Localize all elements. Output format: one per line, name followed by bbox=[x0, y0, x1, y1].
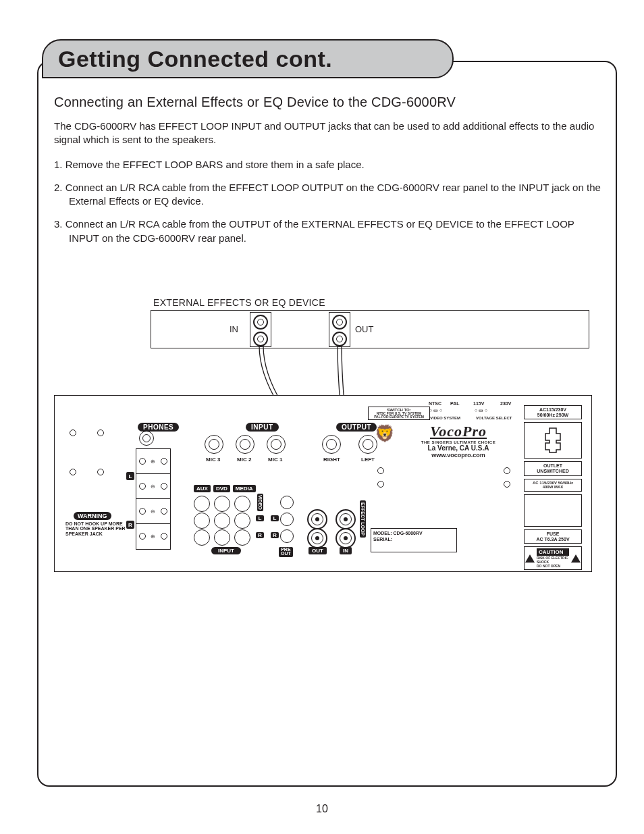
caution-row: CAUTION RISK OF ELECTRIC SHOCK DO NOT OP… bbox=[524, 546, 582, 570]
subheading: Connecting an External Effects or EQ Dev… bbox=[54, 95, 603, 110]
power-rating: AC115/230V 50/60Hz 250W bbox=[524, 405, 582, 419]
speaker-terminals: ⊕ ⊖ ⊖ ⊕ bbox=[136, 448, 171, 550]
mic2-label: MIC 2 bbox=[237, 457, 251, 463]
in-label: IN bbox=[230, 324, 238, 334]
phones-jack bbox=[139, 431, 154, 446]
mic1-jack bbox=[267, 435, 286, 454]
section-title-tab: Getting Connected cont. bbox=[42, 39, 454, 78]
brand-address: La Verne, CA U.S.A bbox=[391, 444, 526, 452]
fuse-label: FUSE AC T6.3A 250V bbox=[524, 529, 582, 544]
input-bottom-label: INPUT bbox=[211, 547, 241, 554]
output-label: OUTPUT bbox=[336, 423, 377, 432]
video-system-label: VIDEO SYSTEM bbox=[430, 416, 460, 420]
effect-loop-label: EFFECT LOOP bbox=[360, 500, 366, 538]
pre-out-label: PREOUT bbox=[279, 547, 293, 557]
right-label: RIGHT bbox=[323, 457, 340, 463]
v230-label: 230V bbox=[500, 401, 511, 406]
mic3-label: MIC 3 bbox=[206, 457, 220, 463]
shock-icon bbox=[525, 554, 535, 563]
effect-loop-in-r bbox=[336, 528, 356, 548]
preout-col bbox=[280, 496, 294, 509]
mic2-jack bbox=[236, 435, 254, 454]
content-block: Connecting an External Effects or EQ Dev… bbox=[54, 89, 603, 255]
page-number: 10 bbox=[0, 803, 644, 815]
ntsc-label: NTSC bbox=[429, 401, 441, 406]
effect-loop-out-r bbox=[307, 528, 327, 548]
mic1-label: MIC 1 bbox=[268, 457, 282, 463]
ext-in-jacks bbox=[250, 312, 271, 347]
video-vertical-label: VIDEO bbox=[257, 494, 263, 511]
dvd-tab: DVD bbox=[213, 485, 230, 492]
brand-logo-block: 🦁 VocoPro THE SINGERS ULTIMATE CHOICE La… bbox=[391, 423, 526, 459]
ac-outlet bbox=[524, 422, 582, 459]
model-serial-box: MODEL: CDG-6000RV SERIAL: bbox=[371, 528, 457, 552]
input-tabs: AUX DVD MEDIA bbox=[194, 485, 256, 492]
input-label: INPUT bbox=[246, 423, 279, 432]
effect-loop-in-l bbox=[336, 509, 356, 529]
caution-sub: RISK OF ELECTRIC SHOCK DO NOT OPEN bbox=[537, 556, 569, 568]
switch-to-box: SWITCH TO: NTSC FOR U.S. TV SYSTEM PAL F… bbox=[368, 407, 430, 420]
brand-logo: VocoPro bbox=[391, 423, 526, 440]
media-tab: MEDIA bbox=[233, 485, 256, 492]
caution-label: CAUTION bbox=[537, 548, 569, 556]
pal-label: PAL bbox=[450, 401, 459, 406]
mic3-jack bbox=[205, 435, 223, 454]
r-input-row bbox=[194, 529, 250, 546]
l-input-row bbox=[194, 513, 250, 529]
effect-loop-out-l bbox=[307, 509, 327, 529]
input-r-box: R bbox=[256, 532, 264, 538]
outlet-rating: AC 115/230V 50/60Hz 400W MAX bbox=[524, 479, 582, 492]
warning-icon bbox=[571, 554, 581, 563]
output-right-jack bbox=[322, 435, 341, 454]
brand-website: www.vocopro.com bbox=[391, 452, 526, 459]
in-label-panel: IN bbox=[340, 547, 352, 554]
v115-label: 115V bbox=[473, 401, 484, 406]
out-label: OUT bbox=[308, 547, 327, 554]
input-l-box: L bbox=[256, 515, 264, 521]
preout-l: L bbox=[271, 515, 279, 521]
rear-panel: PHONES INPUT OUTPUT MIC 3 MIC 2 MIC 1 RI… bbox=[54, 395, 592, 572]
warning-text: DO NOT HOOK UP MORE THAN ONE SPEAKER PER… bbox=[65, 521, 128, 536]
outlet-label: OUTLET UNSWITCHED bbox=[524, 461, 582, 475]
step-3: 3. Connect an L/R RCA cable from the OUT… bbox=[54, 217, 603, 245]
out-label: OUT bbox=[355, 324, 373, 334]
step-2: 2. Connect an L/R RCA cable from the EFF… bbox=[54, 181, 603, 209]
step-1: 1. Remove the EFFECT LOOP BARS and store… bbox=[54, 158, 603, 172]
right-column: AC115/230V 50/60Hz 250W OUTLET UNSWITCHE… bbox=[524, 405, 582, 570]
voltage-select-label: VOLTAGE SELECT bbox=[476, 416, 512, 420]
intro-paragraph: The CDG-6000RV has EFFECT LOOP INPUT and… bbox=[54, 120, 603, 147]
video-input-row bbox=[194, 496, 250, 512]
section-title: Getting Connected cont. bbox=[58, 46, 332, 72]
terminal-l: L bbox=[126, 472, 134, 480]
aux-tab: AUX bbox=[194, 485, 211, 492]
serial-label: SERIAL: bbox=[373, 536, 454, 542]
connection-diagram: EXTERNAL EFFECTS OR EQ DEVICE IN OUT bbox=[54, 297, 591, 581]
left-label: LEFT bbox=[361, 457, 375, 463]
fuse-holder bbox=[524, 494, 582, 527]
external-device-label: EXTERNAL EFFECTS OR EQ DEVICE bbox=[153, 297, 325, 308]
preout-r: R bbox=[271, 532, 279, 538]
model-label: MODEL: CDG-6000RV bbox=[373, 530, 454, 536]
phones-label: PHONES bbox=[138, 423, 179, 432]
warning-badge: WARNING bbox=[74, 512, 111, 520]
ext-out-jacks bbox=[329, 312, 350, 347]
